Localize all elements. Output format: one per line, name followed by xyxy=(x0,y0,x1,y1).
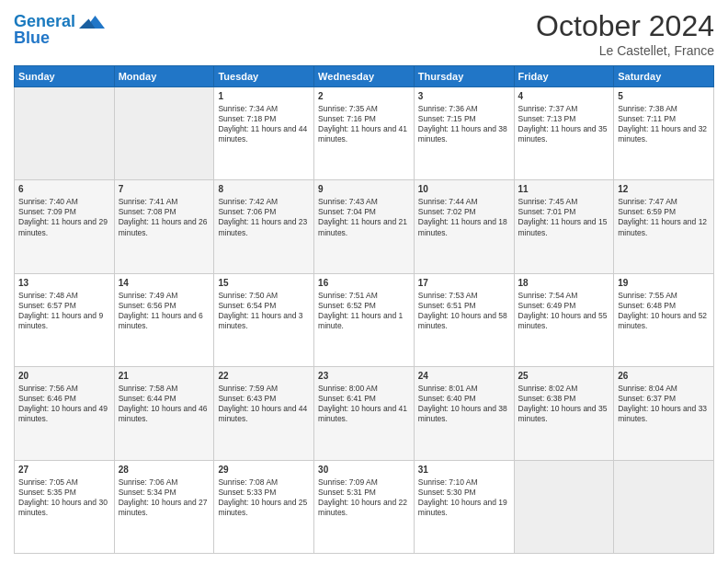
sunrise-text: Sunrise: 7:37 AM xyxy=(518,104,578,113)
sunrise-text: Sunrise: 7:40 AM xyxy=(18,197,78,206)
sunrise-text: Sunrise: 7:09 AM xyxy=(318,477,378,487)
day-cell: 1Sunrise: 7:34 AMSunset: 7:18 PMDaylight… xyxy=(214,87,314,180)
location: Le Castellet, France xyxy=(536,43,714,58)
sunrise-text: Sunrise: 7:36 AM xyxy=(418,104,478,113)
day-cell: 30Sunrise: 7:09 AMSunset: 5:31 PMDayligh… xyxy=(314,460,415,553)
daylight-text: Daylight: 10 hours and 38 minutes. xyxy=(418,404,507,423)
sunrise-text: Sunrise: 7:10 AM xyxy=(418,477,478,487)
daylight-text: Daylight: 10 hours and 27 minutes. xyxy=(119,498,208,517)
sunset-text: Sunset: 6:51 PM xyxy=(418,301,476,310)
sunset-text: Sunset: 6:41 PM xyxy=(318,394,376,403)
day-number: 16 xyxy=(318,277,410,289)
day-number: 21 xyxy=(119,370,210,382)
sunset-text: Sunset: 7:01 PM xyxy=(518,207,576,216)
sunrise-text: Sunrise: 7:48 AM xyxy=(18,291,78,300)
logo-text-blue: Blue xyxy=(14,29,50,48)
day-number: 26 xyxy=(618,370,710,382)
sunrise-text: Sunrise: 7:58 AM xyxy=(119,384,178,393)
sunset-text: Sunset: 7:06 PM xyxy=(218,207,276,216)
day-number: 7 xyxy=(119,183,210,195)
sunset-text: Sunset: 6:44 PM xyxy=(119,394,176,403)
sunset-text: Sunset: 7:13 PM xyxy=(518,114,576,123)
sunrise-text: Sunrise: 7:05 AM xyxy=(18,477,78,487)
day-number: 2 xyxy=(318,90,410,102)
day-number: 6 xyxy=(18,183,110,195)
sunrise-text: Sunrise: 7:34 AM xyxy=(218,104,278,113)
sunset-text: Sunset: 6:59 PM xyxy=(618,207,676,216)
daylight-text: Daylight: 11 hours and 3 minutes. xyxy=(218,311,302,330)
page: General Blue October 2024 Le Castellet, … xyxy=(0,0,728,563)
day-number: 10 xyxy=(418,183,510,195)
daylight-text: Daylight: 10 hours and 33 minutes. xyxy=(618,404,707,423)
day-number: 15 xyxy=(218,277,310,289)
sunrise-text: Sunrise: 7:53 AM xyxy=(418,291,478,300)
day-header-saturday: Saturday xyxy=(614,66,714,87)
day-cell xyxy=(15,87,115,180)
sunrise-text: Sunrise: 8:04 AM xyxy=(618,384,677,393)
sunset-text: Sunset: 7:16 PM xyxy=(318,114,376,123)
day-cell: 29Sunrise: 7:08 AMSunset: 5:33 PMDayligh… xyxy=(214,460,314,553)
daylight-text: Daylight: 11 hours and 38 minutes. xyxy=(418,124,507,144)
day-cell: 10Sunrise: 7:44 AMSunset: 7:02 PMDayligh… xyxy=(414,180,514,273)
day-number: 19 xyxy=(618,277,710,289)
daylight-text: Daylight: 11 hours and 12 minutes. xyxy=(618,217,707,236)
day-number: 22 xyxy=(218,370,310,382)
day-cell: 8Sunrise: 7:42 AMSunset: 7:06 PMDaylight… xyxy=(214,180,314,273)
day-cell: 11Sunrise: 7:45 AMSunset: 7:01 PMDayligh… xyxy=(514,180,614,273)
day-header-tuesday: Tuesday xyxy=(214,66,314,87)
logo: General Blue xyxy=(14,9,105,48)
day-number: 5 xyxy=(618,90,710,102)
day-header-wednesday: Wednesday xyxy=(314,66,415,87)
daylight-text: Daylight: 10 hours and 52 minutes. xyxy=(618,311,707,330)
day-cell: 12Sunrise: 7:47 AMSunset: 6:59 PMDayligh… xyxy=(614,180,714,273)
day-number: 20 xyxy=(18,370,110,382)
week-row-2: 6Sunrise: 7:40 AMSunset: 7:09 PMDaylight… xyxy=(15,180,714,273)
daylight-text: Daylight: 11 hours and 41 minutes. xyxy=(318,124,407,144)
day-cell: 28Sunrise: 7:06 AMSunset: 5:34 PMDayligh… xyxy=(114,460,214,553)
sunset-text: Sunset: 6:40 PM xyxy=(418,394,476,403)
sunrise-text: Sunrise: 7:42 AM xyxy=(218,197,278,206)
sunset-text: Sunset: 7:11 PM xyxy=(618,114,676,123)
day-cell: 16Sunrise: 7:51 AMSunset: 6:52 PMDayligh… xyxy=(314,273,415,366)
sunrise-text: Sunrise: 7:49 AM xyxy=(119,291,178,300)
day-cell: 25Sunrise: 8:02 AMSunset: 6:38 PMDayligh… xyxy=(514,367,614,460)
day-number: 13 xyxy=(18,277,110,289)
sunset-text: Sunset: 7:02 PM xyxy=(418,207,476,216)
daylight-text: Daylight: 11 hours and 26 minutes. xyxy=(119,217,208,236)
sunset-text: Sunset: 6:54 PM xyxy=(218,301,276,310)
sunset-text: Sunset: 7:04 PM xyxy=(318,207,376,216)
sunrise-text: Sunrise: 7:41 AM xyxy=(119,197,178,206)
sunset-text: Sunset: 5:31 PM xyxy=(318,488,376,497)
day-number: 3 xyxy=(418,90,510,102)
day-cell: 26Sunrise: 8:04 AMSunset: 6:37 PMDayligh… xyxy=(614,367,714,460)
daylight-text: Daylight: 11 hours and 15 minutes. xyxy=(518,217,608,236)
daylight-text: Daylight: 11 hours and 21 minutes. xyxy=(318,217,407,236)
sunset-text: Sunset: 5:35 PM xyxy=(18,488,76,497)
sunset-text: Sunset: 7:09 PM xyxy=(18,207,76,216)
week-row-3: 13Sunrise: 7:48 AMSunset: 6:57 PMDayligh… xyxy=(15,273,714,366)
daylight-text: Daylight: 10 hours and 19 minutes. xyxy=(418,498,507,517)
day-number: 14 xyxy=(119,277,210,289)
day-cell: 14Sunrise: 7:49 AMSunset: 6:56 PMDayligh… xyxy=(114,273,214,366)
sunrise-text: Sunrise: 7:35 AM xyxy=(318,104,378,113)
day-number: 17 xyxy=(418,277,510,289)
sunrise-text: Sunrise: 7:43 AM xyxy=(318,197,378,206)
day-cell: 5Sunrise: 7:38 AMSunset: 7:11 PMDaylight… xyxy=(614,87,714,180)
day-cell: 9Sunrise: 7:43 AMSunset: 7:04 PMDaylight… xyxy=(314,180,415,273)
day-cell xyxy=(514,460,614,553)
day-number: 30 xyxy=(318,464,410,476)
day-cell: 22Sunrise: 7:59 AMSunset: 6:43 PMDayligh… xyxy=(214,367,314,460)
sunrise-text: Sunrise: 7:55 AM xyxy=(618,291,677,300)
sunrise-text: Sunrise: 7:44 AM xyxy=(418,197,478,206)
daylight-text: Daylight: 11 hours and 9 minutes. xyxy=(18,311,103,330)
sunset-text: Sunset: 7:18 PM xyxy=(218,114,276,123)
sunrise-text: Sunrise: 7:54 AM xyxy=(518,291,578,300)
title-block: October 2024 Le Castellet, France xyxy=(536,9,714,58)
day-cell: 7Sunrise: 7:41 AMSunset: 7:08 PMDaylight… xyxy=(114,180,214,273)
sunrise-text: Sunrise: 7:51 AM xyxy=(318,291,378,300)
day-number: 31 xyxy=(418,464,510,476)
daylight-text: Daylight: 10 hours and 35 minutes. xyxy=(518,404,608,423)
day-number: 12 xyxy=(618,183,710,195)
sunrise-text: Sunrise: 7:50 AM xyxy=(218,291,278,300)
sunrise-text: Sunrise: 7:59 AM xyxy=(218,384,278,393)
